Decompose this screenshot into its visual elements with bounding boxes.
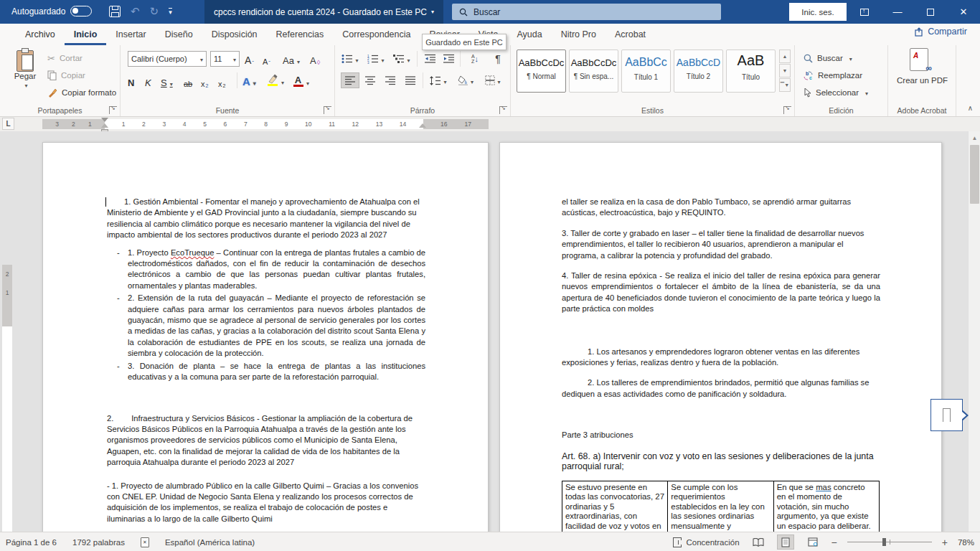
- collapse-ribbon-icon[interactable]: ∧: [968, 104, 973, 112]
- bold-button[interactable]: N: [128, 72, 134, 90]
- tab-archivo[interactable]: Archivo: [16, 24, 65, 45]
- numbered-list-button[interactable]: 123: [367, 51, 385, 67]
- style-sin-espaciado[interactable]: AaBbCcDc ¶ Sin espa...: [569, 50, 618, 93]
- autosave-control[interactable]: Autoguardado: [11, 6, 92, 17]
- font-dialog-launcher[interactable]: [324, 106, 331, 114]
- undo-icon[interactable]: ↶: [131, 3, 140, 20]
- close-button[interactable]: ✕: [947, 0, 980, 24]
- tab-correspondencia[interactable]: Correspondencia: [333, 24, 420, 45]
- decrease-indent-button[interactable]: [421, 51, 440, 67]
- proofing-errors-icon[interactable]: [141, 537, 149, 547]
- document-title[interactable]: cpccs rendicion de cuenta 2024 - Guardad…: [204, 0, 443, 24]
- redo-icon[interactable]: ↻: [150, 3, 159, 20]
- style-titulo-2[interactable]: AaBbCcD Título 2: [674, 50, 723, 93]
- language-indicator[interactable]: Español (América latina): [165, 538, 255, 547]
- autosave-toggle[interactable]: [70, 6, 92, 17]
- first-line-indent-marker[interactable]: [101, 118, 108, 122]
- tab-ayuda[interactable]: Ayuda: [507, 24, 551, 45]
- styles-dialog-launcher[interactable]: [783, 106, 791, 114]
- tab-stop-selector[interactable]: L: [2, 118, 14, 130]
- strikethrough-button[interactable]: ab: [184, 72, 192, 90]
- web-layout-button[interactable]: [804, 534, 821, 550]
- align-left-button[interactable]: [341, 72, 359, 88]
- select-button[interactable]: Seleccionar: [804, 84, 868, 101]
- paste-button[interactable]: Pegar: [6, 49, 44, 102]
- format-painter-button[interactable]: Copiar formato: [47, 84, 116, 101]
- vertical-scrollbar[interactable]: ▲: [968, 131, 980, 532]
- borders-button[interactable]: [481, 72, 504, 88]
- paste-dropdown-icon[interactable]: [22, 80, 27, 89]
- create-pdf-button[interactable]: A ∞ Crear un PDF: [888, 45, 956, 103]
- tab-acrobat[interactable]: Acrobat: [606, 24, 655, 45]
- align-center-button[interactable]: [361, 72, 380, 88]
- page-1[interactable]: 1. Gestión Ambiental - Fomentar el manej…: [42, 142, 489, 532]
- page-2[interactable]: el taller se realiza en la casa de don P…: [499, 142, 942, 532]
- customize-qat-icon[interactable]: ▾: [169, 8, 172, 15]
- sign-in-button[interactable]: Inic. ses.: [789, 3, 847, 21]
- ribbon-display-options-button[interactable]: [848, 0, 881, 24]
- text-effects-button[interactable]: A: [242, 72, 256, 89]
- cut-button[interactable]: ✂ Cortar: [47, 50, 83, 67]
- increase-indent-button[interactable]: [440, 51, 458, 67]
- grow-font-button[interactable]: Aˆ: [245, 50, 254, 67]
- clear-formatting-button[interactable]: A◊: [310, 50, 320, 67]
- show-marks-button[interactable]: ¶: [489, 51, 507, 67]
- styles-scroll-down-icon[interactable]: ▼: [779, 64, 791, 77]
- focus-mode-button[interactable]: Concentración: [673, 537, 739, 547]
- style-normal[interactable]: AaBbCcDc ¶ Normal: [517, 50, 566, 93]
- copy-button[interactable]: Copiar: [47, 67, 85, 84]
- scrollbar-thumb[interactable]: [970, 145, 979, 204]
- scroll-up-icon[interactable]: ▲: [969, 133, 980, 143]
- sort-button[interactable]: AZ ↓: [464, 51, 486, 67]
- bullet-list-button[interactable]: [341, 51, 359, 67]
- font-size-combobox[interactable]: 11: [210, 51, 240, 67]
- styles-more-icon[interactable]: ▔▼: [779, 78, 791, 92]
- shading-button[interactable]: [454, 72, 477, 88]
- styles-scroll-up-icon[interactable]: ▲: [779, 50, 791, 63]
- horizontal-ruler[interactable]: L 321 1234567891011121314 1617: [0, 117, 980, 131]
- line-spacing-button[interactable]: [427, 72, 450, 88]
- replace-button[interactable]: bc Reemplazar: [804, 67, 862, 84]
- superscript-button[interactable]: x2: [218, 72, 225, 90]
- tab-inicio[interactable]: Inicio: [65, 24, 107, 45]
- underline-button[interactable]: S: [161, 72, 173, 90]
- multilevel-list-button[interactable]: [392, 51, 411, 67]
- save-icon[interactable]: [109, 6, 121, 17]
- read-mode-button[interactable]: [750, 534, 767, 550]
- resume-reading-bookmark[interactable]: [930, 399, 963, 431]
- restore-button[interactable]: [914, 0, 947, 24]
- italic-button[interactable]: K: [145, 72, 151, 90]
- change-case-button[interactable]: Aa: [283, 50, 300, 67]
- share-button[interactable]: Compartir: [915, 27, 967, 37]
- vertical-ruler[interactable]: 21: [2, 265, 12, 532]
- highlight-button[interactable]: [267, 71, 284, 88]
- page-indicator[interactable]: Página 1 de 6: [6, 538, 57, 547]
- search-input[interactable]: Buscar: [452, 4, 721, 20]
- clipboard-dialog-launcher[interactable]: [109, 106, 117, 114]
- zoom-level[interactable]: 78%: [958, 538, 974, 547]
- align-right-button[interactable]: [381, 72, 400, 88]
- subscript-button[interactable]: x2: [201, 72, 208, 90]
- hanging-indent-marker[interactable]: [101, 123, 108, 128]
- right-indent-marker[interactable]: [419, 123, 426, 128]
- style-titulo-1[interactable]: AaBbCc Título 1: [621, 50, 671, 93]
- find-button[interactable]: Buscar: [804, 50, 852, 67]
- minimize-button[interactable]: —: [881, 0, 914, 24]
- paragraph-dialog-launcher[interactable]: [499, 106, 507, 114]
- tab-nitro-pro[interactable]: Nitro Pro: [552, 24, 606, 45]
- font-family-combobox[interactable]: Calibri (Cuerpo): [128, 51, 207, 67]
- tab-disposicion[interactable]: Disposición: [202, 24, 267, 45]
- zoom-in-button[interactable]: +: [942, 537, 948, 548]
- zoom-slider-thumb[interactable]: [882, 538, 886, 546]
- word-count[interactable]: 1792 palabras: [72, 538, 125, 547]
- zoom-slider[interactable]: [847, 542, 932, 542]
- style-titulo[interactable]: AaB Título: [726, 50, 776, 93]
- tab-referencias[interactable]: Referencias: [267, 24, 334, 45]
- font-color-button[interactable]: A: [293, 72, 309, 89]
- shrink-font-button[interactable]: Aˇ: [263, 50, 270, 67]
- tab-diseno[interactable]: Diseño: [156, 24, 202, 45]
- justify-button[interactable]: [401, 72, 420, 88]
- print-layout-button[interactable]: [777, 534, 794, 550]
- tab-insertar[interactable]: Insertar: [106, 24, 155, 45]
- zoom-out-button[interactable]: −: [831, 537, 837, 548]
